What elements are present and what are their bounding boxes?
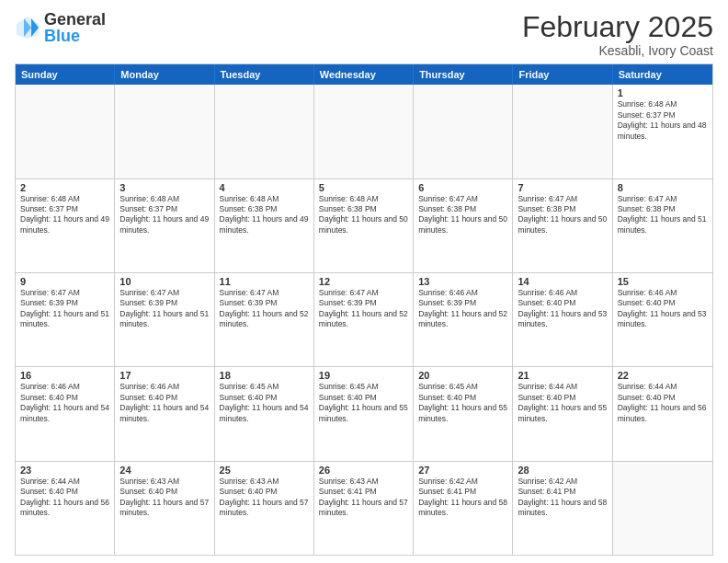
day-number: 4 xyxy=(220,182,309,193)
calendar-cell: 15Sunrise: 6:46 AM Sunset: 6:40 PM Dayli… xyxy=(613,273,712,366)
day-number: 6 xyxy=(418,182,507,193)
day-number: 10 xyxy=(119,276,209,287)
calendar-cell: 6Sunrise: 6:47 AM Sunset: 6:38 PM Daylig… xyxy=(414,179,513,272)
day-info: Sunrise: 6:42 AM Sunset: 6:41 PM Dayligh… xyxy=(418,477,507,519)
day-info: Sunrise: 6:47 AM Sunset: 6:39 PM Dayligh… xyxy=(319,288,408,330)
header-day-monday: Monday xyxy=(115,64,214,85)
day-info: Sunrise: 6:47 AM Sunset: 6:39 PM Dayligh… xyxy=(20,288,109,330)
calendar-cell: 11Sunrise: 6:47 AM Sunset: 6:39 PM Dayli… xyxy=(215,273,314,366)
calendar-header: SundayMondayTuesdayWednesdayThursdayFrid… xyxy=(16,64,712,85)
day-number: 12 xyxy=(319,276,408,287)
header-day-friday: Friday xyxy=(513,64,612,85)
calendar-row-1: 1Sunrise: 6:48 AM Sunset: 6:37 PM Daylig… xyxy=(16,85,712,178)
day-number: 22 xyxy=(618,370,708,381)
header-day-saturday: Saturday xyxy=(613,64,712,85)
calendar-row-4: 16Sunrise: 6:46 AM Sunset: 6:40 PM Dayli… xyxy=(16,366,712,460)
calendar-cell xyxy=(414,85,513,178)
page: General Blue February 2025 Kesabli, Ivor… xyxy=(0,0,728,563)
day-info: Sunrise: 6:46 AM Sunset: 6:40 PM Dayligh… xyxy=(618,288,708,330)
title-block: February 2025 Kesabli, Ivory Coast xyxy=(522,11,713,58)
day-info: Sunrise: 6:47 AM Sunset: 6:38 PM Dayligh… xyxy=(518,194,607,236)
day-number: 1 xyxy=(618,87,708,98)
title-location: Kesabli, Ivory Coast xyxy=(522,43,713,58)
day-number: 21 xyxy=(518,370,607,381)
day-info: Sunrise: 6:43 AM Sunset: 6:40 PM Dayligh… xyxy=(119,477,209,519)
day-number: 5 xyxy=(319,182,408,193)
logo-blue-text: Blue xyxy=(44,28,106,44)
day-number: 28 xyxy=(518,465,607,476)
day-info: Sunrise: 6:43 AM Sunset: 6:41 PM Dayligh… xyxy=(319,477,408,519)
calendar-cell: 2Sunrise: 6:48 AM Sunset: 6:37 PM Daylig… xyxy=(16,179,115,272)
calendar-cell: 21Sunrise: 6:44 AM Sunset: 6:40 PM Dayli… xyxy=(513,367,612,460)
calendar-cell: 13Sunrise: 6:46 AM Sunset: 6:39 PM Dayli… xyxy=(414,273,513,366)
calendar-cell: 12Sunrise: 6:47 AM Sunset: 6:39 PM Dayli… xyxy=(314,273,414,366)
header-day-tuesday: Tuesday xyxy=(215,64,314,85)
calendar-row-2: 2Sunrise: 6:48 AM Sunset: 6:37 PM Daylig… xyxy=(16,178,712,272)
day-info: Sunrise: 6:47 AM Sunset: 6:38 PM Dayligh… xyxy=(418,194,507,236)
day-number: 13 xyxy=(418,276,507,287)
header-day-sunday: Sunday xyxy=(16,64,115,85)
day-info: Sunrise: 6:44 AM Sunset: 6:40 PM Dayligh… xyxy=(20,477,109,519)
calendar-cell: 28Sunrise: 6:42 AM Sunset: 6:41 PM Dayli… xyxy=(513,462,612,555)
day-info: Sunrise: 6:48 AM Sunset: 6:37 PM Dayligh… xyxy=(618,99,708,142)
day-number: 20 xyxy=(418,370,507,381)
day-number: 9 xyxy=(20,276,109,287)
day-info: Sunrise: 6:47 AM Sunset: 6:39 PM Dayligh… xyxy=(119,288,209,330)
day-number: 24 xyxy=(119,465,209,476)
calendar-cell xyxy=(115,85,214,178)
day-info: Sunrise: 6:46 AM Sunset: 6:40 PM Dayligh… xyxy=(119,382,209,424)
title-month: February 2025 xyxy=(522,11,713,43)
day-number: 3 xyxy=(119,182,209,193)
calendar-cell: 27Sunrise: 6:42 AM Sunset: 6:41 PM Dayli… xyxy=(414,462,513,555)
calendar-cell xyxy=(613,462,712,555)
calendar-row-3: 9Sunrise: 6:47 AM Sunset: 6:39 PM Daylig… xyxy=(16,272,712,366)
logo: General Blue xyxy=(15,11,106,44)
calendar-cell: 19Sunrise: 6:45 AM Sunset: 6:40 PM Dayli… xyxy=(314,367,414,460)
day-info: Sunrise: 6:42 AM Sunset: 6:41 PM Dayligh… xyxy=(518,477,607,519)
header: General Blue February 2025 Kesabli, Ivor… xyxy=(15,11,713,58)
calendar-cell: 3Sunrise: 6:48 AM Sunset: 6:37 PM Daylig… xyxy=(115,179,214,272)
day-info: Sunrise: 6:48 AM Sunset: 6:38 PM Dayligh… xyxy=(220,194,309,236)
day-info: Sunrise: 6:48 AM Sunset: 6:37 PM Dayligh… xyxy=(119,194,209,236)
calendar-cell: 23Sunrise: 6:44 AM Sunset: 6:40 PM Dayli… xyxy=(16,462,115,555)
day-number: 27 xyxy=(418,465,507,476)
day-number: 7 xyxy=(518,182,607,193)
day-number: 26 xyxy=(319,465,408,476)
day-info: Sunrise: 6:44 AM Sunset: 6:40 PM Dayligh… xyxy=(518,382,607,424)
day-info: Sunrise: 6:45 AM Sunset: 6:40 PM Dayligh… xyxy=(418,382,507,424)
calendar-cell xyxy=(16,85,115,178)
day-number: 8 xyxy=(618,182,708,193)
calendar-cell: 24Sunrise: 6:43 AM Sunset: 6:40 PM Dayli… xyxy=(115,462,214,555)
day-number: 14 xyxy=(518,276,607,287)
day-number: 16 xyxy=(20,370,109,381)
calendar-cell xyxy=(513,85,612,178)
calendar-body: 1Sunrise: 6:48 AM Sunset: 6:37 PM Daylig… xyxy=(16,85,712,555)
day-number: 25 xyxy=(220,465,309,476)
day-number: 2 xyxy=(20,182,109,193)
day-number: 23 xyxy=(20,465,109,476)
calendar-cell: 20Sunrise: 6:45 AM Sunset: 6:40 PM Dayli… xyxy=(414,367,513,460)
calendar-cell xyxy=(314,85,414,178)
day-info: Sunrise: 6:45 AM Sunset: 6:40 PM Dayligh… xyxy=(220,382,309,424)
header-day-wednesday: Wednesday xyxy=(314,64,414,85)
day-number: 15 xyxy=(618,276,708,287)
calendar-cell: 5Sunrise: 6:48 AM Sunset: 6:38 PM Daylig… xyxy=(314,179,414,272)
day-info: Sunrise: 6:43 AM Sunset: 6:40 PM Dayligh… xyxy=(220,477,309,519)
day-info: Sunrise: 6:47 AM Sunset: 6:38 PM Dayligh… xyxy=(618,194,708,236)
day-info: Sunrise: 6:48 AM Sunset: 6:37 PM Dayligh… xyxy=(20,194,109,236)
day-info: Sunrise: 6:45 AM Sunset: 6:40 PM Dayligh… xyxy=(319,382,408,424)
day-info: Sunrise: 6:46 AM Sunset: 6:40 PM Dayligh… xyxy=(20,382,109,424)
calendar-cell: 22Sunrise: 6:44 AM Sunset: 6:40 PM Dayli… xyxy=(613,367,712,460)
calendar-cell: 7Sunrise: 6:47 AM Sunset: 6:38 PM Daylig… xyxy=(513,179,612,272)
calendar-cell: 9Sunrise: 6:47 AM Sunset: 6:39 PM Daylig… xyxy=(16,273,115,366)
day-info: Sunrise: 6:46 AM Sunset: 6:39 PM Dayligh… xyxy=(418,288,507,330)
day-info: Sunrise: 6:44 AM Sunset: 6:40 PM Dayligh… xyxy=(618,382,708,424)
header-day-thursday: Thursday xyxy=(414,64,513,85)
day-info: Sunrise: 6:46 AM Sunset: 6:40 PM Dayligh… xyxy=(518,288,607,330)
logo-text: General Blue xyxy=(44,11,106,44)
calendar-cell: 8Sunrise: 6:47 AM Sunset: 6:38 PM Daylig… xyxy=(613,179,712,272)
calendar-cell: 14Sunrise: 6:46 AM Sunset: 6:40 PM Dayli… xyxy=(513,273,612,366)
calendar-row-5: 23Sunrise: 6:44 AM Sunset: 6:40 PM Dayli… xyxy=(16,461,712,555)
calendar-cell xyxy=(215,85,314,178)
calendar: SundayMondayTuesdayWednesdayThursdayFrid… xyxy=(15,63,713,556)
